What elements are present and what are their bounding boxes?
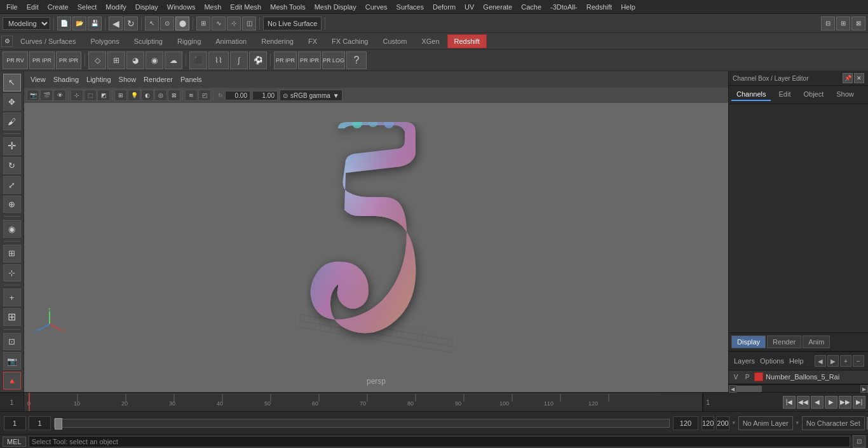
cb-tab-anim[interactable]: Anim	[803, 336, 830, 348]
ball-icon-btn[interactable]: ⚽	[249, 51, 267, 69]
vp-menu-panels[interactable]: Panels	[178, 74, 205, 85]
redshift-button[interactable]: 🔺	[3, 372, 21, 390]
pr-icon-2[interactable]: PR IPR	[298, 51, 321, 69]
vp-shadow-btn[interactable]: ◐	[141, 90, 154, 101]
snap-point-button[interactable]: ⊹	[227, 17, 241, 31]
menu-modify[interactable]: Modify	[102, 2, 130, 12]
layer-icon-add[interactable]: +	[840, 355, 851, 367]
tab-redshift[interactable]: Redshift	[447, 34, 487, 48]
tl-next-btn[interactable]: ▶▶	[839, 396, 851, 409]
vp-motion-btn[interactable]: ≋	[185, 90, 198, 101]
vp-menu-shading[interactable]: Shading	[51, 74, 81, 85]
menu-surfaces[interactable]: Surfaces	[393, 2, 428, 12]
channel-box-pin-button[interactable]: 📌	[843, 73, 853, 83]
history-button[interactable]: +	[3, 288, 21, 306]
vp-light-btn[interactable]: 💡	[128, 90, 140, 101]
bb-range-end2[interactable]: 200	[716, 416, 729, 430]
menu-curves[interactable]: Curves	[362, 2, 391, 12]
lasso-tool-button[interactable]: ⊙	[160, 17, 174, 31]
cb-tab-display[interactable]: Display	[731, 336, 766, 348]
menu-cache[interactable]: Cache	[517, 2, 545, 12]
rotate-button[interactable]: ↻	[3, 157, 21, 175]
tl-play-start-btn[interactable]: |◀	[783, 396, 796, 409]
vp-wire-btn[interactable]: ⬚	[84, 90, 97, 101]
menu-mesh-tools[interactable]: Mesh Tools	[266, 2, 309, 12]
snake-icon-btn[interactable]: ∫	[230, 51, 248, 69]
vp-value1[interactable]: 0.00	[225, 91, 250, 100]
timeline-slider-thumb[interactable]	[55, 418, 62, 430]
help-icon-btn[interactable]: ?	[346, 51, 367, 69]
pr-button-2[interactable]: PR IPR	[29, 51, 55, 69]
timeline-ruler[interactable]: 0 10 20 30 40 50 60 70 80 90 1	[24, 393, 703, 411]
cloud-icon-btn[interactable]: ☁	[165, 51, 182, 69]
menu-create[interactable]: Create	[44, 2, 72, 12]
vp-value2[interactable]: 1.00	[252, 91, 278, 100]
soft-select-button[interactable]: ◉	[3, 220, 21, 238]
drop-icon-btn[interactable]: ◕	[126, 51, 144, 69]
cb-tab-object[interactable]: Object	[798, 88, 829, 101]
render-region-button[interactable]: ⊡	[3, 333, 21, 351]
vp-menu-view[interactable]: View	[28, 74, 48, 85]
transform-button[interactable]: ✥	[3, 93, 21, 111]
menu-redshift[interactable]: Redshift	[583, 2, 616, 12]
layer-icon-1[interactable]: ◀	[815, 355, 826, 367]
tab-animation[interactable]: Animation	[208, 34, 254, 48]
command-line-input[interactable]: Select Tool: select an object	[29, 436, 850, 447]
menu-mesh-display[interactable]: Mesh Display	[311, 2, 360, 12]
vp-shaded-btn[interactable]: ◩	[97, 90, 110, 101]
menu-select[interactable]: Select	[74, 2, 101, 12]
tl-play-end-btn[interactable]: ▶|	[853, 396, 865, 409]
gamma-dropdown-icon[interactable]: ▼	[333, 92, 339, 99]
snap-grid-button[interactable]: ⊞	[196, 17, 210, 31]
tab-xgen[interactable]: XGen	[414, 34, 446, 48]
tl-prev-frame-btn[interactable]: ◀◀	[797, 396, 810, 409]
menu-deform[interactable]: Deform	[429, 2, 459, 12]
timeline-slider-track[interactable]	[54, 419, 670, 428]
vp-menu-show[interactable]: Show	[116, 74, 139, 85]
menu-generate[interactable]: Generate	[479, 2, 516, 12]
save-file-button[interactable]: 💾	[88, 17, 102, 31]
channel-box-close-button[interactable]: ✕	[854, 73, 864, 83]
tab-polygons[interactable]: Polygons	[83, 34, 126, 48]
snap-surface-button[interactable]: ◫	[242, 17, 256, 31]
pipe-icon-btn[interactable]: ⌇⌇	[208, 51, 229, 69]
tab-rendering[interactable]: Rendering	[254, 34, 301, 48]
bb-frame-num2[interactable]: 1	[29, 416, 51, 430]
workspace-selector[interactable]: Modeling	[3, 17, 50, 30]
scale-button[interactable]: ⤢	[3, 176, 21, 194]
snap-curve-button[interactable]: ∿	[212, 17, 226, 31]
vp-camera-btn[interactable]: 📷	[27, 90, 39, 101]
pr-icon-1[interactable]: PR IPR	[274, 51, 297, 69]
menu-windows[interactable]: Windows	[163, 2, 200, 12]
menu-file[interactable]: File	[3, 2, 22, 12]
cb-tab-show[interactable]: Show	[831, 88, 859, 101]
pr-button-3[interactable]: PR IPR	[56, 51, 81, 69]
tab-custom[interactable]: Custom	[376, 34, 414, 48]
scrollbar-thumb[interactable]	[736, 386, 762, 392]
diamond-icon-btn[interactable]: ◇	[88, 51, 106, 69]
toggle-button-3[interactable]: ⊠	[851, 17, 865, 31]
toggle-button-1[interactable]: ⊟	[821, 17, 835, 31]
vp-subdiv-btn[interactable]: ⊠	[168, 90, 180, 101]
cb-tab-edit[interactable]: Edit	[773, 88, 796, 101]
cb-tab-channels[interactable]: Channels	[731, 88, 771, 101]
tab-fx[interactable]: FX	[301, 34, 324, 48]
show-manip-button[interactable]: ⊞	[3, 245, 21, 262]
cb-tab-render[interactable]: Render	[767, 336, 801, 348]
layer-icon-minus[interactable]: −	[853, 355, 864, 367]
scrollbar-left-arrow[interactable]: ◀	[729, 385, 736, 393]
bb-frame-num3[interactable]: 120	[673, 416, 698, 430]
layer-icon-2[interactable]: ▶	[827, 355, 839, 367]
bb-range-end1[interactable]: 120	[702, 416, 714, 430]
bb-frame-num1[interactable]: 1	[4, 416, 26, 430]
mel-label[interactable]: MEL	[3, 437, 26, 447]
universal-button[interactable]: ⊕	[3, 196, 21, 214]
select-tool-button[interactable]: ↖	[145, 17, 159, 31]
pr-icon-3[interactable]: PR LOG	[322, 51, 345, 69]
vp-grid-btn[interactable]: ⊞	[114, 90, 127, 101]
tl-play-btn[interactable]: ▶	[825, 396, 837, 409]
vp-cam3-btn[interactable]: 👁	[53, 90, 66, 101]
tab-sculpting[interactable]: Sculpting	[127, 34, 170, 48]
tl-prev-btn[interactable]: ◀	[811, 396, 824, 409]
vp-menu-renderer[interactable]: Renderer	[141, 74, 175, 85]
